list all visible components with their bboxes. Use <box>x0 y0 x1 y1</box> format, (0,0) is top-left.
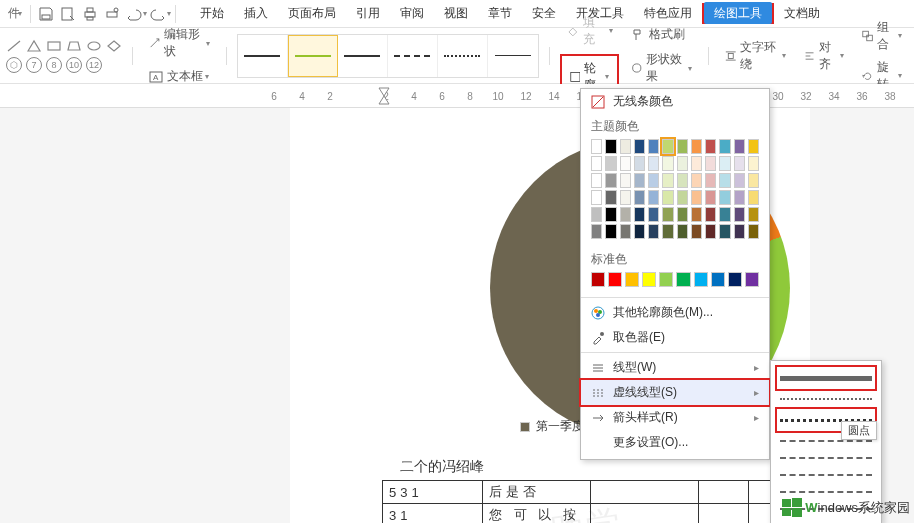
color-swatch[interactable] <box>620 190 631 205</box>
color-swatch[interactable] <box>734 139 745 154</box>
color-swatch[interactable] <box>705 224 716 239</box>
color-swatch[interactable] <box>634 139 645 154</box>
color-swatch[interactable] <box>677 139 688 154</box>
color-swatch[interactable] <box>694 272 708 287</box>
color-swatch[interactable] <box>734 173 745 188</box>
polygon-12-icon[interactable]: 12 <box>86 57 102 73</box>
print-direct-icon[interactable] <box>101 3 123 25</box>
color-swatch[interactable] <box>648 156 659 171</box>
tab-review[interactable]: 审阅 <box>390 1 434 26</box>
color-swatch[interactable] <box>605 190 616 205</box>
color-swatch[interactable] <box>748 156 759 171</box>
color-swatch[interactable] <box>691 224 702 239</box>
tab-drawing-tools[interactable]: 绘图工具 <box>704 2 772 24</box>
color-swatch[interactable] <box>719 156 730 171</box>
color-swatch[interactable] <box>705 156 716 171</box>
dash-type-item[interactable]: 虚线线型(S)▸ <box>579 378 771 407</box>
tab-references[interactable]: 引用 <box>346 1 390 26</box>
color-swatch[interactable] <box>648 139 659 154</box>
color-swatch[interactable] <box>705 207 716 222</box>
color-swatch[interactable] <box>620 173 631 188</box>
redo-icon[interactable] <box>147 3 169 25</box>
line-style-gallery[interactable] <box>237 34 539 78</box>
color-swatch[interactable] <box>748 190 759 205</box>
color-swatch[interactable] <box>677 190 688 205</box>
color-swatch[interactable] <box>719 173 730 188</box>
ruler[interactable]: 6422468101214161820222426283032343638 <box>0 84 914 108</box>
color-swatch[interactable] <box>745 272 759 287</box>
dash-dashdot[interactable] <box>777 451 875 465</box>
color-swatch[interactable] <box>620 207 631 222</box>
color-swatch[interactable] <box>734 224 745 239</box>
color-swatch[interactable] <box>691 156 702 171</box>
more-colors-item[interactable]: 其他轮廓颜色(M)... <box>581 300 769 325</box>
group-button[interactable]: 组合▾ <box>856 17 908 55</box>
ruler-indent-marker[interactable] <box>378 84 390 108</box>
tab-special[interactable]: 特色应用 <box>634 1 702 26</box>
text-wrap-button[interactable]: 文字环绕▾ <box>719 37 792 75</box>
dash-long[interactable] <box>777 468 875 482</box>
color-swatch[interactable] <box>691 207 702 222</box>
color-swatch[interactable] <box>662 207 673 222</box>
tab-chapter[interactable]: 章节 <box>478 1 522 26</box>
color-swatch[interactable] <box>711 272 725 287</box>
polygon-7-icon[interactable]: 7 <box>26 57 42 73</box>
color-swatch[interactable] <box>648 173 659 188</box>
color-swatch[interactable] <box>662 190 673 205</box>
color-swatch[interactable] <box>591 139 602 154</box>
color-swatch[interactable] <box>705 139 716 154</box>
tab-doc-assist[interactable]: 文档助 <box>774 1 830 26</box>
align-button[interactable]: 对齐▾ <box>798 37 850 75</box>
color-swatch[interactable] <box>625 272 639 287</box>
color-swatch[interactable] <box>676 272 690 287</box>
color-swatch[interactable] <box>605 224 616 239</box>
color-swatch[interactable] <box>662 224 673 239</box>
print-preview-icon[interactable] <box>57 3 79 25</box>
arrow-style-item[interactable]: 箭头样式(R)▸ <box>581 405 769 430</box>
color-swatch[interactable] <box>677 156 688 171</box>
color-swatch[interactable] <box>748 139 759 154</box>
polygon-10-icon[interactable]: 10 <box>66 57 82 73</box>
tab-page-layout[interactable]: 页面布局 <box>278 1 346 26</box>
color-swatch[interactable] <box>605 156 616 171</box>
data-table[interactable]: 531 后是否 31 您 可 以 按 <box>382 480 799 523</box>
format-painter-button[interactable]: 格式刷 <box>625 24 698 45</box>
color-swatch[interactable] <box>691 190 702 205</box>
color-swatch[interactable] <box>648 190 659 205</box>
color-swatch[interactable] <box>605 139 616 154</box>
color-swatch[interactable] <box>634 173 645 188</box>
polygon-6-icon[interactable]: ⬡ <box>6 57 22 73</box>
color-swatch[interactable] <box>734 190 745 205</box>
redo-dropdown[interactable]: ▾ <box>167 9 171 18</box>
undo-icon[interactable] <box>123 3 145 25</box>
color-swatch[interactable] <box>748 224 759 239</box>
color-swatch[interactable] <box>608 272 622 287</box>
color-swatch[interactable] <box>734 156 745 171</box>
shapes-palette[interactable]: ⬡ 7 8 10 12 <box>6 39 122 73</box>
color-swatch[interactable] <box>620 156 631 171</box>
color-swatch[interactable] <box>591 173 602 188</box>
color-swatch[interactable] <box>620 224 631 239</box>
tab-view[interactable]: 视图 <box>434 1 478 26</box>
save-icon[interactable] <box>35 3 57 25</box>
tab-insert[interactable]: 插入 <box>234 1 278 26</box>
dash-solid-thick[interactable] <box>777 371 875 385</box>
color-swatch[interactable] <box>634 156 645 171</box>
color-swatch[interactable] <box>634 224 645 239</box>
color-swatch[interactable] <box>691 139 702 154</box>
color-swatch[interactable] <box>591 207 602 222</box>
color-swatch[interactable] <box>605 173 616 188</box>
color-swatch[interactable] <box>719 139 730 154</box>
eyedropper-item[interactable]: 取色器(E) <box>581 325 769 350</box>
color-swatch[interactable] <box>591 156 602 171</box>
color-swatch[interactable] <box>705 173 716 188</box>
color-swatch[interactable] <box>659 272 673 287</box>
shape-effect-button[interactable]: 形状效果▾ <box>625 49 698 87</box>
dash-fine-dots[interactable] <box>777 392 875 406</box>
color-swatch[interactable] <box>748 207 759 222</box>
color-swatch[interactable] <box>719 224 730 239</box>
color-swatch[interactable] <box>620 139 631 154</box>
no-line-item[interactable]: 无线条颜色 <box>581 89 769 114</box>
file-menu[interactable]: 件▾ <box>4 3 26 25</box>
color-swatch[interactable] <box>719 190 730 205</box>
